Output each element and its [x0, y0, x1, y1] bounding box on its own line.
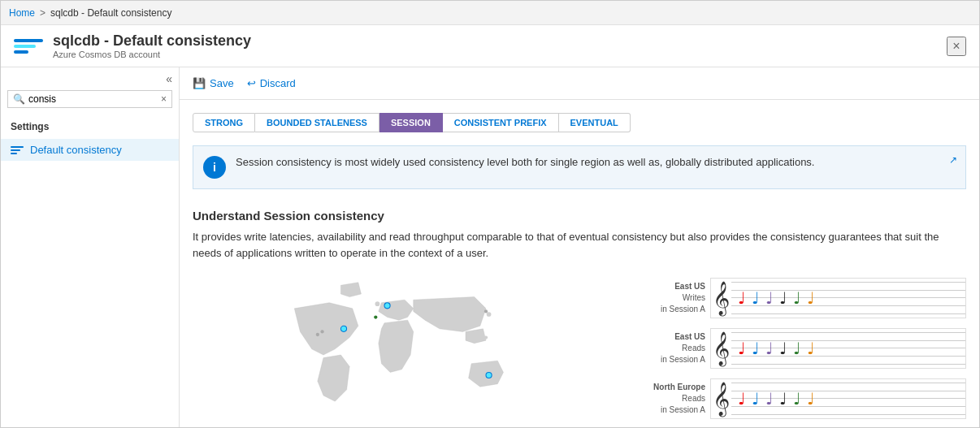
- music-row-north-europe: North Europe Reads in Session A 𝄞: [617, 374, 966, 423]
- note-1-3: ♩: [765, 290, 773, 306]
- staff-lines-2: ♩ ♩ ♩ ♩ ♩ ♩: [731, 329, 965, 368]
- music-label-3: North Europe Reads in Session A: [617, 382, 710, 416]
- staff-1: 𝄞 ♩: [710, 278, 966, 318]
- external-link-icon[interactable]: ↗: [949, 154, 957, 166]
- region-label-2: East US: [617, 331, 705, 343]
- note-3-6: ♩: [807, 391, 814, 407]
- icon-bar-3: [14, 50, 28, 54]
- save-label: Save: [210, 77, 234, 89]
- search-input[interactable]: [28, 93, 161, 105]
- description-heading: Understand Session consistency: [193, 209, 966, 223]
- discard-button[interactable]: ↩ Discard: [247, 77, 296, 89]
- music-label-2: East US Reads in Session A: [617, 331, 710, 365]
- search-icon: 🔍: [13, 93, 25, 105]
- type-label-3: Reads: [682, 394, 705, 403]
- music-row-australia: Australia Southeast Reads in Session B 𝄞: [617, 425, 966, 427]
- region-label-1: East US: [617, 281, 705, 292]
- consistency-selector: STRONG BOUNDED STALENESS SESSION CONSIST…: [180, 100, 979, 139]
- notes-2: ♩ ♩ ♩ ♩ ♩ ♩: [731, 329, 965, 368]
- breadcrumb-sep: >: [40, 7, 46, 19]
- svg-point-7: [320, 330, 323, 333]
- close-button[interactable]: ×: [947, 37, 966, 56]
- notes-3: ♩ ♩ ♩ ♩ ♩ ♩: [731, 379, 965, 418]
- clef-2: 𝄞: [713, 334, 730, 363]
- world-map-svg: [193, 274, 617, 427]
- save-icon: 💾: [193, 77, 206, 89]
- search-box: 🔍 ×: [7, 90, 172, 108]
- sidebar-section-label: Settings: [1, 115, 179, 139]
- consistency-consistent-prefix[interactable]: CONSISTENT PREFIX: [443, 113, 559, 132]
- sidebar: « 🔍 × Settings Default consistency: [1, 67, 180, 427]
- breadcrumb-home[interactable]: Home: [9, 7, 35, 19]
- title-bar: sqlcdb - Default consistency Azure Cosmo…: [1, 25, 979, 67]
- note-2-5: ♩: [793, 340, 800, 357]
- icon-bar-1: [14, 39, 43, 42]
- music-label-1: East US Writes in Session A: [617, 281, 710, 315]
- svg-point-6: [316, 333, 319, 336]
- consistency-eventual[interactable]: EVENTUAL: [559, 113, 631, 132]
- note-3-2: ♩: [752, 391, 759, 407]
- music-row-east-us-reads: East US Reads in Session A 𝄞: [617, 324, 966, 373]
- note-3-1: ♩: [738, 391, 745, 407]
- note-2-2: ♩: [752, 340, 759, 357]
- sidebar-collapse: «: [1, 67, 179, 90]
- discard-label: Discard: [260, 77, 296, 89]
- svg-point-0: [375, 301, 380, 306]
- session-label-3: in Session A: [661, 405, 705, 414]
- svg-point-2: [484, 335, 488, 339]
- svg-point-3: [340, 326, 346, 331]
- consistency-session[interactable]: SESSION: [379, 113, 443, 132]
- svg-point-5: [486, 372, 492, 378]
- page-subtitle: Azure Cosmos DB account: [53, 50, 251, 59]
- session-label-1: in Session A: [661, 305, 705, 313]
- svg-point-4: [384, 303, 390, 309]
- toolbar: 💾 Save ↩ Discard: [180, 67, 979, 100]
- breadcrumb-current: sqlcdb - Default consistency: [50, 7, 171, 19]
- consistency-strong[interactable]: STRONG: [193, 113, 255, 132]
- world-map: [193, 274, 617, 427]
- discard-icon: ↩: [247, 77, 256, 89]
- save-button[interactable]: 💾 Save: [193, 77, 234, 89]
- staff-3: 𝄞 ♩: [710, 378, 966, 419]
- breadcrumb: Home > sqlcdb - Default consistency: [9, 7, 171, 19]
- staff-2: 𝄞 ♩: [710, 328, 966, 369]
- info-text: Session consistency is most widely used …: [236, 156, 956, 168]
- svg-point-9: [374, 315, 377, 318]
- sidebar-item-default-consistency[interactable]: Default consistency: [1, 139, 179, 161]
- note-1-6: ♩: [807, 290, 814, 306]
- note-1-4: ♩: [779, 290, 787, 306]
- type-label-1: Writes: [683, 293, 705, 302]
- music-row-east-us-writes: East US Writes in Session A 𝄞: [617, 274, 966, 322]
- session-label-2: in Session A: [661, 355, 705, 364]
- note-2-3: ♩: [765, 340, 773, 357]
- info-box: i Session consistency is most widely use…: [193, 145, 966, 189]
- note-2-6: ♩: [807, 340, 814, 357]
- note-2-4: ♩: [779, 340, 787, 357]
- content-area: 💾 Save ↩ Discard STRONG BOUNDED STALENES…: [180, 67, 979, 427]
- title-text: sqlcdb - Default consistency Azure Cosmo…: [53, 32, 251, 59]
- clef-3: 𝄞: [713, 384, 730, 413]
- consistency-bounded-staleness[interactable]: BOUNDED STALENESS: [255, 113, 379, 132]
- breadcrumb-bar: Home > sqlcdb - Default consistency: [1, 1, 979, 25]
- note-2-1: ♩: [738, 340, 745, 357]
- note-3-5: ♩: [793, 391, 800, 407]
- region-label-3: North Europe: [617, 382, 705, 393]
- search-clear-button[interactable]: ×: [161, 93, 167, 105]
- staff-lines-1: ♩ ♩ ♩ ♩ ♩ ♩: [731, 279, 965, 318]
- main-layout: « 🔍 × Settings Default consistency: [1, 67, 979, 427]
- type-label-2: Reads: [682, 344, 705, 352]
- title-left: sqlcdb - Default consistency Azure Cosmo…: [14, 32, 251, 61]
- note-1-1: ♩: [738, 290, 745, 306]
- note-3-4: ♩: [779, 391, 787, 407]
- icon-bar-2: [14, 45, 36, 48]
- music-rows: East US Writes in Session A 𝄞: [617, 274, 966, 427]
- note-3-3: ♩: [765, 391, 773, 407]
- note-1-2: ♩: [752, 290, 759, 306]
- svg-point-1: [487, 312, 492, 317]
- staff-lines-3: ♩ ♩ ♩ ♩ ♩ ♩: [731, 379, 965, 418]
- sidebar-item-label: Default consistency: [30, 144, 122, 156]
- main-window: Home > sqlcdb - Default consistency sqlc…: [0, 0, 980, 428]
- info-icon: i: [203, 156, 226, 179]
- clef-1: 𝄞: [713, 283, 730, 313]
- collapse-button[interactable]: «: [166, 72, 172, 85]
